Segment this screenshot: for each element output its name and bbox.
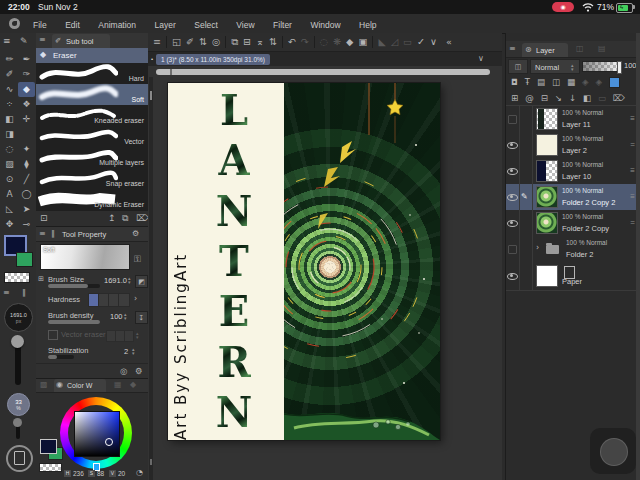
tool-eraser-icon[interactable]: ◆ xyxy=(18,82,35,97)
reset-rotation-icon[interactable] xyxy=(6,445,33,472)
visibility-off-icon[interactable] xyxy=(508,245,517,254)
import-subtool-icon[interactable]: ↥ xyxy=(108,214,116,223)
layer-drag-handle[interactable]: = xyxy=(630,218,635,227)
transfer-down-icon[interactable]: ↘ xyxy=(555,94,562,103)
fill-icon[interactable]: ◆ xyxy=(346,37,353,47)
layer-row-folder2[interactable]: › 100 % Normal Folder 2 xyxy=(506,236,637,263)
density-value[interactable]: 100 xyxy=(110,312,123,321)
flip-view-icon[interactable]: ⇅ xyxy=(199,37,207,47)
more-icon[interactable]: ∨ xyxy=(430,37,437,47)
density-pressure-icon[interactable]: ↧ xyxy=(135,311,148,324)
tone-layer-icon[interactable]: ▦ xyxy=(567,78,575,87)
sub-tool-tab[interactable]: ✐ Sub tool xyxy=(52,34,110,48)
visibility-on-icon[interactable] xyxy=(507,168,518,175)
brush-preview[interactable]: Soft xyxy=(40,244,130,270)
sv-cursor[interactable] xyxy=(105,438,113,446)
tool-lasso-icon[interactable]: ◌ xyxy=(1,142,18,157)
subtool-item-dynamic[interactable]: Dynamic Eraser xyxy=(36,189,148,211)
hardness-expand-icon[interactable]: › xyxy=(134,295,137,303)
color-mode-icon[interactable]: ◔ xyxy=(136,469,143,477)
mini-panel-menu-icon[interactable]: ≡ xyxy=(3,289,10,297)
wheel-transparent-swatch[interactable] xyxy=(39,463,62,472)
stabilization-stepper[interactable]: ▴▾ xyxy=(132,347,135,355)
vector-eraser-checkbox[interactable] xyxy=(48,330,58,340)
tool-pen-icon[interactable]: ✒ xyxy=(18,52,35,67)
vector-seg-3[interactable] xyxy=(124,330,134,342)
vertical-scrollbar-thumb[interactable] xyxy=(150,91,152,100)
layer-opacity-knob[interactable] xyxy=(617,61,622,74)
detail-settings-icon[interactable]: ⚙ xyxy=(135,367,143,376)
effect-2-icon[interactable]: ◈ xyxy=(596,78,603,87)
tool-hand-icon[interactable]: ✥ xyxy=(1,217,18,232)
layer-row-paper[interactable]: Paper xyxy=(506,262,637,291)
merge-down-icon[interactable]: ↓ xyxy=(569,94,576,103)
transparent-color-swatch[interactable] xyxy=(4,272,30,283)
ruler-layer-icon[interactable]: ▤ xyxy=(537,78,545,87)
confirm-icon[interactable]: ✓ xyxy=(417,37,425,47)
reset-defaults-icon[interactable]: ◎ xyxy=(120,367,127,376)
tool-auto-select-icon[interactable]: ✦ xyxy=(18,142,35,157)
tool-pencil-icon[interactable]: ✏ xyxy=(1,52,18,67)
tool-crayon-icon[interactable]: ∿ xyxy=(1,82,18,97)
tool-eyedropper-icon[interactable]: ⊸ xyxy=(18,217,35,232)
redo-icon[interactable]: ↷ xyxy=(301,37,309,47)
tool-liquify-icon[interactable]: ◨ xyxy=(1,127,18,142)
layer-row-layer11[interactable]: 100 % Normal Layer 11 ≡ xyxy=(506,106,637,133)
opacity-slider-knob[interactable] xyxy=(13,418,22,427)
copy-subtool-icon[interactable]: ⧉ xyxy=(122,214,128,223)
layer-drag-handle[interactable]: ≡ xyxy=(630,114,635,123)
toolstrip-menu-icon[interactable]: ≡ xyxy=(3,37,11,46)
brush-size-slider-knob[interactable] xyxy=(11,335,24,348)
apply-mask-icon[interactable]: ▭ xyxy=(598,94,606,103)
tool-move-icon[interactable]: ✛ xyxy=(18,112,35,127)
delete-layer-icon[interactable]: ⌦ xyxy=(613,94,625,103)
brush-size-stepper[interactable]: ▴▾ xyxy=(128,276,131,284)
blend-mode-select[interactable]: Normal ▴▾ xyxy=(530,59,580,74)
lock-alpha-icon[interactable]: Ŧ xyxy=(525,78,530,87)
updown-icon[interactable]: ⇅ xyxy=(269,37,277,47)
tool-ruler-icon[interactable]: ◺ xyxy=(1,202,18,217)
tool-property-menu-icon[interactable]: ≡ xyxy=(39,230,46,238)
new-layer-icon[interactable]: ⊞ xyxy=(511,94,518,103)
visibility-on-icon[interactable] xyxy=(507,220,518,227)
effect-1-icon[interactable]: ◈ xyxy=(582,78,589,87)
edge-keyboard-button[interactable] xyxy=(590,428,636,474)
clip-studio-logo-icon[interactable] xyxy=(9,18,20,29)
wheel-main-color-swatch[interactable] xyxy=(40,439,57,454)
layer-drag-handle[interactable]: ≡ xyxy=(630,166,635,175)
document-tab[interactable]: 1 (3)* (8.50 x 11.00in 350dpi 31.0%) xyxy=(156,54,270,65)
folder-expand-icon[interactable]: › xyxy=(536,244,539,252)
mini-panel-sliders-icon[interactable]: ∥ xyxy=(22,289,26,297)
layer-row-layer2[interactable]: 100 % Normal Layer 2 = xyxy=(506,132,637,159)
layer-row-folder2copy[interactable]: 100 % Normal Folder 2 Copy = xyxy=(506,210,637,237)
current-tool-icon[interactable]: ✎ xyxy=(20,37,28,46)
tool-marker-icon[interactable]: ✐ xyxy=(1,67,18,82)
visibility-off-icon[interactable] xyxy=(508,115,517,124)
reselect-icon[interactable]: ❋ xyxy=(333,37,341,47)
subtool-item-soft[interactable]: Soft xyxy=(36,84,148,106)
layer-tab[interactable]: ⊛ Layer xyxy=(522,43,568,57)
layer-row-folder2copy2[interactable]: ✎ 100 % Normal Folder 2 Copy 2 ≡ xyxy=(506,184,637,211)
color-swatches-tab-icon[interactable]: ▩ xyxy=(40,381,48,389)
sub-tool-menu-icon[interactable]: ≡ xyxy=(39,36,46,44)
undo-icon[interactable]: ↶ xyxy=(288,37,296,47)
subtool-item-vector[interactable]: Vector xyxy=(36,126,148,148)
tabbar-chevron-icon[interactable]: ∨ xyxy=(478,55,484,63)
stabilization-value[interactable]: 2 xyxy=(124,347,128,356)
delete-subtool-icon[interactable]: ⌦ xyxy=(136,214,149,223)
visibility-on-icon[interactable] xyxy=(507,142,518,149)
collapse-toolbar-icon[interactable]: « xyxy=(446,37,452,47)
hardness-seg-4[interactable] xyxy=(118,293,130,307)
subtool-item-hard[interactable]: Hard xyxy=(36,63,148,85)
snap-perspective-icon[interactable]: ◿ xyxy=(391,37,398,47)
vertical-scrollbar[interactable] xyxy=(149,77,153,480)
density-track[interactable] xyxy=(48,320,100,324)
subtool-item-snap[interactable]: Snap eraser xyxy=(36,168,148,190)
color-gradient-tab-icon[interactable]: ◆ xyxy=(130,381,136,389)
brush-size-badge[interactable]: 1691.0 px xyxy=(4,303,33,332)
tool-fill-bucket-icon[interactable]: ⧫ xyxy=(18,157,35,172)
screen-recording-indicator-icon[interactable]: ◉ xyxy=(552,2,574,12)
canvas-settings-icon[interactable]: ◱ xyxy=(172,37,181,47)
tool-line-icon[interactable]: ╱ xyxy=(18,172,35,187)
view-reset-icon[interactable]: ◎ xyxy=(212,37,220,47)
